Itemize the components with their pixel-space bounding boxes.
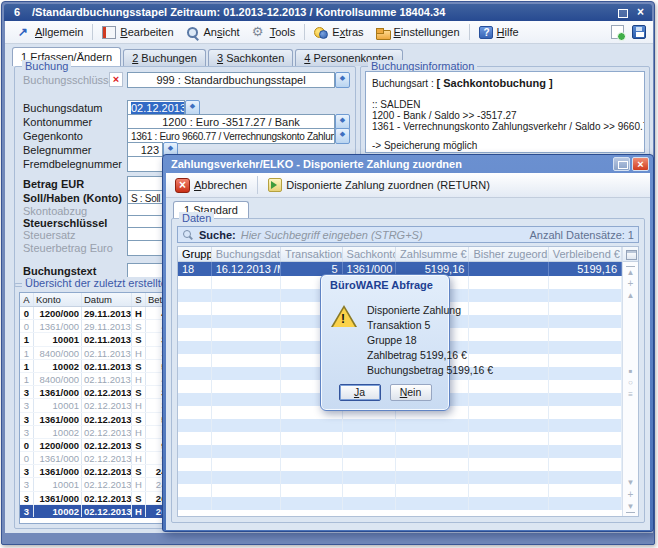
buchungsschluessel-spinner[interactable] xyxy=(335,72,350,88)
menu-item-label: Allgemein xyxy=(35,26,83,38)
search-bar[interactable]: Suche: Hier Suchbegriff eingeben (STRG+S… xyxy=(177,226,639,243)
assign-payment-button[interactable]: Disponierte Zahlung zuordnen (RETURN) xyxy=(263,176,495,194)
scroll-bottom-icon[interactable] xyxy=(626,501,635,513)
cell-empty xyxy=(343,445,397,458)
column-header-verbleibend[interactable]: Verbleibend € xyxy=(549,247,622,261)
empty-row xyxy=(178,471,622,484)
cell-empty xyxy=(396,419,469,432)
column-header-transaktion[interactable]: Transaktion xyxy=(281,247,342,261)
cell-empty xyxy=(549,328,622,341)
cell-a: 0 xyxy=(20,439,34,451)
column-header-gruppe[interactable]: Gruppe xyxy=(178,247,212,261)
cell-empty xyxy=(549,367,622,380)
cell-empty xyxy=(343,497,397,510)
menu-item-tools[interactable]: Tools xyxy=(246,24,302,41)
info-line: :: SALDEN xyxy=(372,99,638,110)
column-header-datum[interactable]: Datum xyxy=(82,293,132,306)
cell-empty xyxy=(212,354,281,367)
dialog-titlebar[interactable]: Zahlungsverkehr/ELKO - Disponierte Zahlu… xyxy=(166,157,650,173)
cell-s: S xyxy=(132,360,146,372)
cell-empty xyxy=(549,341,622,354)
tab-2[interactable]: 2 Buchungen xyxy=(123,49,206,66)
cell-empty xyxy=(469,471,548,484)
column-options-icon[interactable] xyxy=(623,247,638,262)
steuersatz-label: Steuersatz xyxy=(23,229,76,241)
list-icon[interactable] xyxy=(623,389,638,401)
message-line: Buchungsbetrag 5199,16 € xyxy=(367,363,493,378)
menu-item-einstellungen[interactable]: Einstellungen xyxy=(370,24,466,41)
cell-a: 0 xyxy=(20,452,34,464)
msgbox-lines: Disponierte ZahlungTransaktion 5Gruppe 1… xyxy=(367,303,493,378)
info-line: -> Speicherung möglich xyxy=(372,140,638,151)
column-header-sachkonto[interactable]: Sachkonto xyxy=(343,247,397,261)
column-header-bisher[interactable]: Bisher zugeordnet xyxy=(469,247,548,261)
cell-empty xyxy=(469,380,548,393)
cell-datum: 02.12.2013 xyxy=(82,492,132,504)
yes-button[interactable]: Ja xyxy=(339,384,381,401)
new-document-icon[interactable] xyxy=(611,25,624,39)
cell-datum: 29.11.2013 xyxy=(82,307,132,319)
cell-empty xyxy=(212,458,281,471)
abort-button[interactable]: Abbrechen xyxy=(170,176,252,195)
cell-bisher xyxy=(469,262,548,276)
column-header-buchungsdatum[interactable]: Buchungsdatum xyxy=(212,247,281,261)
column-header-konto[interactable]: Konto xyxy=(34,293,82,306)
menu-item-allgemein[interactable]: Allgemein xyxy=(11,24,89,41)
save-icon[interactable] xyxy=(632,25,646,39)
menu-separator xyxy=(92,24,93,40)
menu-item-label: Einstellungen xyxy=(394,26,460,38)
dialog-close-icon[interactable] xyxy=(632,157,649,171)
column-header-s[interactable]: S xyxy=(132,293,146,306)
cell-konto: 10002 xyxy=(34,360,82,372)
view-icon[interactable] xyxy=(623,365,638,377)
cell-konto: 8400/000 xyxy=(34,347,82,359)
record-count: Anzahl Datensätze: 1 xyxy=(529,229,634,241)
scroll-down-icon[interactable] xyxy=(623,477,638,489)
buchungsschluessel-field[interactable]: 999 : Standardbuchungsstapel xyxy=(127,72,335,88)
cell-empty xyxy=(212,328,281,341)
message-line: Disponierte Zahlung xyxy=(367,303,493,318)
cell-empty xyxy=(281,484,342,497)
toolbar-separator xyxy=(257,176,258,194)
cell-empty xyxy=(469,484,548,497)
dialog-restore-icon[interactable] xyxy=(613,157,630,171)
gegenkonto-spinner[interactable] xyxy=(335,128,350,144)
scroll-top-icon[interactable] xyxy=(626,266,635,278)
menu-item-ansicht[interactable]: Ansicht xyxy=(180,24,246,41)
menu-item-extras[interactable]: Extras xyxy=(308,24,369,41)
close-icon[interactable] xyxy=(634,6,647,19)
clear-icon[interactable] xyxy=(109,72,123,87)
cell-empty xyxy=(549,276,622,289)
empty-row xyxy=(178,445,622,458)
column-header-zahlsumme[interactable]: Zahlsumme € xyxy=(396,247,469,261)
cell-s: S xyxy=(132,320,146,332)
table-scroll-strip[interactable] xyxy=(622,247,638,516)
cell-empty xyxy=(212,367,281,380)
info-line xyxy=(372,132,638,140)
info-line: 1200 - Bank / Saldo >> -3517.27 xyxy=(372,110,638,121)
assign-label: Disponierte Zahlung zuordnen (RETURN) xyxy=(286,179,490,191)
scroll-page-up-icon[interactable] xyxy=(623,278,638,290)
cell-empty xyxy=(469,419,548,432)
scroll-up-icon[interactable] xyxy=(623,290,638,302)
scroll-page-down-icon[interactable] xyxy=(623,489,638,501)
no-button[interactable]: Nein xyxy=(390,384,432,401)
cell-s: S xyxy=(132,333,146,345)
dialog-title: Zahlungsverkehr/ELKO - Disponierte Zahlu… xyxy=(171,158,462,170)
maximize-icon[interactable] xyxy=(616,6,629,19)
cell-empty xyxy=(212,497,281,510)
cell-empty xyxy=(343,458,397,471)
settings-icon xyxy=(376,26,390,39)
cell-empty xyxy=(178,445,212,458)
menu-item-bearbeiten[interactable]: Bearbeiten xyxy=(96,24,179,41)
assign-icon xyxy=(268,178,282,192)
tab-3[interactable]: 3 Sachkonten xyxy=(208,49,293,66)
menu-item-hilfe[interactable]: Hilfe xyxy=(473,24,525,41)
titlebar[interactable]: 6 /Standardbuchungsstapel Zeitraum: 01.2… xyxy=(4,4,652,21)
search-strip-icon[interactable] xyxy=(623,377,638,389)
cell-empty xyxy=(549,380,622,393)
cell-empty xyxy=(178,276,212,289)
column-header-a[interactable]: A xyxy=(20,293,34,306)
menu-separator xyxy=(469,24,470,40)
cell-datum: 02.12.2013 xyxy=(82,413,132,425)
